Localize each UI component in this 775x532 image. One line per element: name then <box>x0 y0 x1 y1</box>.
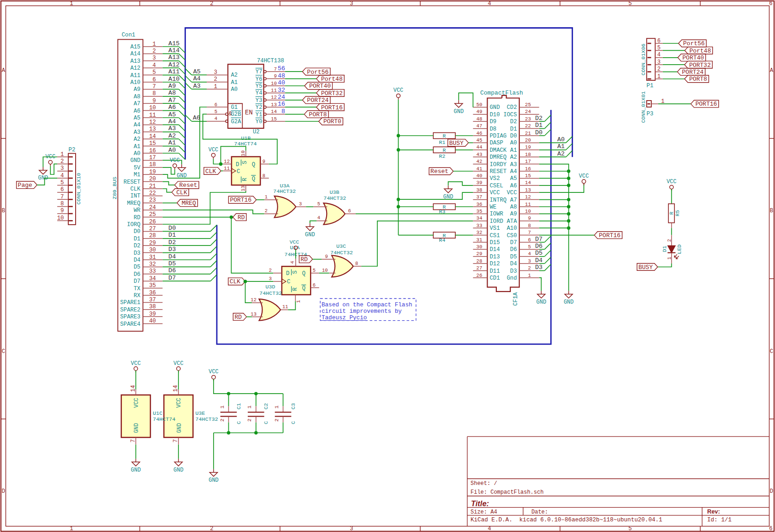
svg-text:U3B: U3B <box>329 189 339 196</box>
svg-text:20: 20 <box>149 176 156 182</box>
svg-text:R3: R3 <box>439 209 446 215</box>
svg-text:5: 5 <box>215 109 217 114</box>
svg-text:40: 40 <box>477 173 483 179</box>
svg-text:G1: G1 <box>231 104 238 111</box>
svg-text:VCC: VCC <box>170 157 180 164</box>
svg-text:A6: A6 <box>134 108 141 114</box>
svg-text:Q: Q <box>302 270 306 277</box>
svg-text:18: 18 <box>149 161 156 168</box>
svg-text:9: 9 <box>153 98 156 104</box>
svg-text:15: 15 <box>525 173 531 179</box>
svg-text:4: 4 <box>657 52 661 58</box>
svg-text:A6: A6 <box>193 114 200 121</box>
svg-text:6: 6 <box>313 282 316 288</box>
svg-text:32: 32 <box>477 230 483 235</box>
svg-text:12: 12 <box>149 119 156 126</box>
svg-text:A8: A8 <box>168 90 176 96</box>
svg-text:PORT16: PORT16 <box>599 232 620 239</box>
svg-text:27: 27 <box>477 265 483 271</box>
svg-text:VCC: VCC <box>507 190 517 196</box>
svg-text:4: 4 <box>528 251 531 257</box>
svg-text:Reset: Reset <box>179 182 197 189</box>
svg-text:INT: INT <box>130 193 140 199</box>
svg-text:PORT8: PORT8 <box>689 76 707 83</box>
svg-text:A15: A15 <box>168 40 179 47</box>
svg-text:36: 36 <box>149 290 156 296</box>
svg-text:1: 1 <box>246 405 252 408</box>
svg-text:VCC: VCC <box>393 87 404 94</box>
svg-text:Q: Q <box>302 285 306 292</box>
svg-text:48: 48 <box>278 72 285 79</box>
svg-text:10: 10 <box>322 268 328 273</box>
svg-text:D0: D0 <box>535 129 542 136</box>
svg-text:2: 2 <box>214 76 217 83</box>
svg-text:R4: R4 <box>439 237 446 243</box>
svg-text:38: 38 <box>477 187 483 193</box>
svg-text:29: 29 <box>477 251 483 257</box>
svg-text:VS2: VS2 <box>490 175 500 182</box>
svg-text:C: C <box>287 279 291 285</box>
svg-text:R1: R1 <box>439 139 446 145</box>
svg-text:12: 12 <box>224 159 230 164</box>
svg-text:16: 16 <box>525 166 531 172</box>
svg-text:34: 34 <box>477 215 483 221</box>
svg-text:74HCT32: 74HCT32 <box>196 416 218 423</box>
svg-text:1: 1 <box>528 273 531 278</box>
svg-text:D6: D6 <box>510 246 517 253</box>
svg-text:11: 11 <box>525 202 531 207</box>
svg-text:11: 11 <box>282 304 288 310</box>
svg-text:1: 1 <box>274 405 280 408</box>
svg-text:LED: LED <box>676 245 683 254</box>
svg-text:5: 5 <box>628 526 632 532</box>
svg-text:14: 14 <box>149 133 156 140</box>
svg-text:PORT16: PORT16 <box>321 104 343 111</box>
svg-text:24: 24 <box>278 94 285 101</box>
svg-text:Y4: Y4 <box>256 90 262 96</box>
svg-text:Y6: Y6 <box>256 76 262 83</box>
svg-text:A3: A3 <box>168 125 176 132</box>
svg-text:D6: D6 <box>134 271 141 278</box>
svg-text:5: 5 <box>60 179 64 186</box>
svg-text:3: 3 <box>299 201 302 207</box>
svg-text:circuit improvements by: circuit improvements by <box>322 308 402 315</box>
svg-text:DASP: DASP <box>490 140 503 146</box>
svg-text:14: 14 <box>525 180 531 185</box>
svg-text:IORDY: IORDY <box>490 161 507 168</box>
svg-text:A11: A11 <box>130 72 140 79</box>
svg-text:D3: D3 <box>168 246 176 253</box>
svg-text:11: 11 <box>271 88 277 93</box>
svg-text:43: 43 <box>477 152 483 157</box>
svg-text:5: 5 <box>657 45 661 51</box>
svg-text:15: 15 <box>149 140 156 147</box>
svg-text:28: 28 <box>149 233 156 239</box>
svg-text:A7: A7 <box>134 101 141 107</box>
svg-text:D7: D7 <box>510 239 517 246</box>
svg-text:8: 8 <box>262 173 265 179</box>
svg-text:2: 2 <box>219 418 225 422</box>
svg-text:Reset: Reset <box>430 168 448 175</box>
svg-text:VCC: VCC <box>579 173 589 179</box>
svg-text:Port48: Port48 <box>689 48 711 54</box>
svg-text:CS1: CS1 <box>490 233 500 239</box>
svg-text:CSEL: CSEL <box>490 183 503 189</box>
svg-text:Y2: Y2 <box>256 104 262 111</box>
svg-text:9: 9 <box>528 215 531 221</box>
svg-text:CF1A: CF1A <box>513 292 519 306</box>
svg-text:A0: A0 <box>168 147 176 154</box>
svg-text:30: 30 <box>149 247 156 253</box>
svg-text:3: 3 <box>214 69 217 76</box>
svg-text:C2: C2 <box>263 403 269 409</box>
svg-text:8: 8 <box>60 201 64 207</box>
svg-text:A14: A14 <box>130 51 140 57</box>
svg-text:A4: A4 <box>168 118 176 125</box>
svg-text:A1: A1 <box>168 139 176 146</box>
svg-text:VCC: VCC <box>209 369 219 375</box>
svg-text:SPARE4: SPARE4 <box>120 321 141 328</box>
svg-text:Y3: Y3 <box>256 97 262 104</box>
svg-text:6: 6 <box>769 526 772 532</box>
svg-text:Con1: Con1 <box>122 32 136 38</box>
svg-text:39: 39 <box>477 180 483 185</box>
svg-text:GND: GND <box>209 477 219 484</box>
svg-text:4: 4 <box>290 261 295 263</box>
svg-text:10: 10 <box>271 81 277 86</box>
